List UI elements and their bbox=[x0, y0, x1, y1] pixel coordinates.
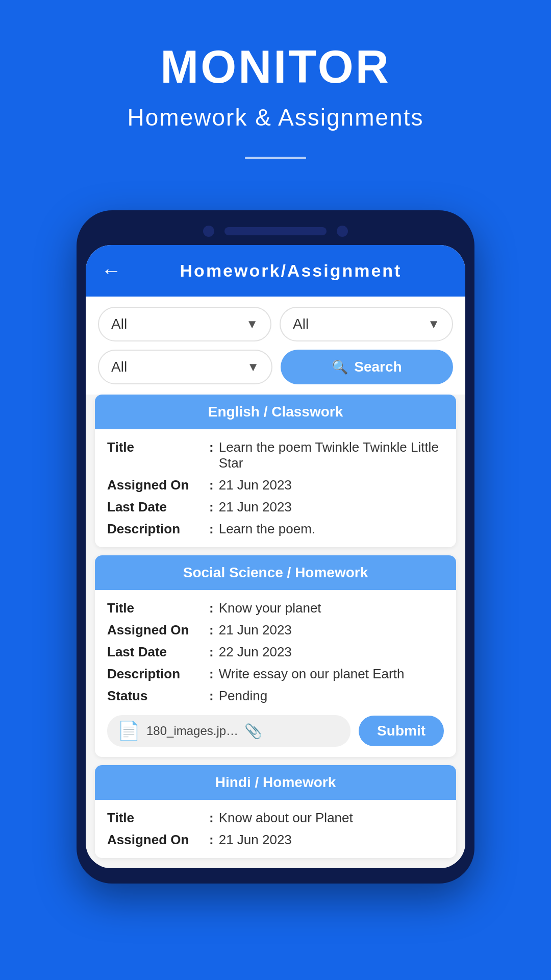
card-body-social-science: Title : Know your planet Assigned On : 2… bbox=[95, 590, 456, 757]
notch-camera bbox=[203, 226, 214, 237]
label-description: Description bbox=[107, 521, 209, 537]
filter-3-arrow: ▼ bbox=[247, 360, 259, 374]
hero-subtitle: Homework & Assignments bbox=[128, 104, 424, 131]
attachment-row: 📄 180_images.jp… 📎 Submit bbox=[107, 710, 444, 747]
value-ss-title: Know your planet bbox=[219, 600, 444, 616]
card-header-hindi: Hindi / Homework bbox=[95, 765, 456, 800]
card-row-last-date: Last Date : 21 Jun 2023 bbox=[107, 499, 444, 515]
card-row-ss-assigned: Assigned On : 21 Jun 2023 bbox=[107, 622, 444, 638]
card-header-social-science: Social Science / Homework bbox=[95, 555, 456, 590]
card-row-ss-description: Description : Write essay on our planet … bbox=[107, 666, 444, 682]
filter-row-2: All ▼ 🔍 Search bbox=[98, 350, 453, 384]
filter-dropdown-3[interactable]: All ▼ bbox=[98, 350, 272, 384]
phone-screen: ← Homework/Assignment All ▼ All ▼ bbox=[86, 245, 465, 868]
label-ss-status: Status bbox=[107, 688, 209, 704]
search-button[interactable]: 🔍 Search bbox=[281, 350, 453, 384]
divider bbox=[245, 157, 306, 159]
filter-row-1: All ▼ All ▼ bbox=[98, 307, 453, 341]
card-row-ss-title: Title : Know your planet bbox=[107, 600, 444, 616]
app-header: ← Homework/Assignment bbox=[86, 245, 465, 297]
app-title: Homework/Assignment bbox=[132, 261, 450, 281]
card-header-text-social-science: Social Science / Homework bbox=[183, 565, 368, 580]
value-ss-description: Write essay on our planet Earth bbox=[219, 666, 444, 682]
assignments-list: English / Classwork Title : Learn the po… bbox=[86, 395, 465, 868]
submit-button[interactable]: Submit bbox=[359, 716, 444, 746]
value-ss-assigned: 21 Jun 2023 bbox=[219, 622, 444, 638]
filter-section: All ▼ All ▼ All ▼ 🔍 Search bbox=[86, 297, 465, 395]
value-description: Learn the poem. bbox=[219, 521, 444, 537]
value-ss-lastdate: 22 Jun 2023 bbox=[219, 644, 444, 660]
card-row-description: Description : Learn the poem. bbox=[107, 521, 444, 537]
file-chip[interactable]: 📄 180_images.jp… 📎 bbox=[107, 715, 350, 747]
filter-2-arrow: ▼ bbox=[428, 317, 440, 331]
label-ss-title: Title bbox=[107, 600, 209, 616]
value-hindi-assigned: 21 Jun 2023 bbox=[219, 832, 444, 848]
card-header-text-english: English / Classwork bbox=[208, 404, 343, 420]
filter-1-value: All bbox=[111, 316, 127, 332]
file-icon: 📄 bbox=[117, 720, 140, 742]
label-title: Title bbox=[107, 439, 209, 455]
card-row-ss-lastdate: Last Date : 22 Jun 2023 bbox=[107, 644, 444, 660]
label-assigned-on: Assigned On bbox=[107, 477, 209, 493]
value-ss-status: Pending bbox=[219, 688, 444, 704]
card-row-ss-status: Status : Pending bbox=[107, 688, 444, 704]
value-last-date: 21 Jun 2023 bbox=[219, 499, 444, 515]
filter-2-value: All bbox=[293, 316, 309, 332]
card-row-assigned-on: Assigned On : 21 Jun 2023 bbox=[107, 477, 444, 493]
filter-1-arrow: ▼ bbox=[246, 317, 258, 331]
search-icon: 🔍 bbox=[332, 359, 348, 375]
filter-dropdown-1[interactable]: All ▼ bbox=[98, 307, 271, 341]
phone-notch-bar bbox=[86, 219, 465, 243]
card-row-hindi-assigned: Assigned On : 21 Jun 2023 bbox=[107, 832, 444, 848]
notch-sensor bbox=[337, 226, 348, 237]
label-hindi-title: Title bbox=[107, 810, 209, 826]
card-row-title: Title : Learn the poem Twinkle Twinkle L… bbox=[107, 439, 444, 471]
back-button[interactable]: ← bbox=[101, 259, 121, 282]
assignment-card-social-science: Social Science / Homework Title : Know y… bbox=[95, 555, 456, 757]
file-name: 180_images.jp… bbox=[146, 724, 238, 738]
filter-dropdown-2[interactable]: All ▼ bbox=[280, 307, 453, 341]
phone-mockup: ← Homework/Assignment All ▼ All ▼ bbox=[77, 210, 474, 884]
notch-speaker bbox=[224, 227, 327, 235]
label-ss-assigned: Assigned On bbox=[107, 622, 209, 638]
assignment-card-hindi: Hindi / Homework Title : Know about our … bbox=[95, 765, 456, 858]
value-assigned-on: 21 Jun 2023 bbox=[219, 477, 444, 493]
card-body-english: Title : Learn the poem Twinkle Twinkle L… bbox=[95, 429, 456, 547]
card-body-hindi: Title : Know about our Planet Assigned O… bbox=[95, 800, 456, 858]
card-row-hindi-title: Title : Know about our Planet bbox=[107, 810, 444, 826]
label-ss-lastdate: Last Date bbox=[107, 644, 209, 660]
phone-outer: ← Homework/Assignment All ▼ All ▼ bbox=[77, 210, 474, 884]
card-header-english: English / Classwork bbox=[95, 395, 456, 429]
hero-section: MONITOR Homework & Assignments bbox=[0, 0, 551, 180]
label-ss-description: Description bbox=[107, 666, 209, 682]
value-title: Learn the poem Twinkle Twinkle Little St… bbox=[219, 439, 444, 471]
label-last-date: Last Date bbox=[107, 499, 209, 515]
value-hindi-title: Know about our Planet bbox=[219, 810, 444, 826]
hero-title: MONITOR bbox=[160, 41, 390, 93]
search-label: Search bbox=[354, 359, 402, 375]
filter-3-value: All bbox=[111, 359, 127, 375]
label-hindi-assigned: Assigned On bbox=[107, 832, 209, 848]
card-header-text-hindi: Hindi / Homework bbox=[215, 774, 336, 790]
assignment-card-english: English / Classwork Title : Learn the po… bbox=[95, 395, 456, 547]
clip-icon: 📎 bbox=[244, 723, 262, 740]
